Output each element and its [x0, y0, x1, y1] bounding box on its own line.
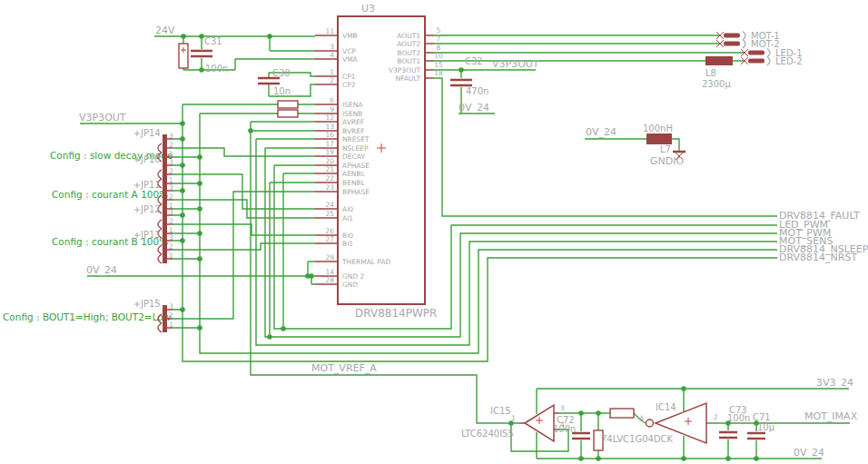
junction-dot [180, 163, 185, 168]
junction-dot [725, 420, 731, 426]
jumper-contact-icon [158, 220, 162, 229]
ic14-ref: IC14 [656, 402, 676, 412]
l7-ref: L7 [660, 144, 671, 154]
u3-pin-number: 11 [325, 27, 334, 35]
jumper-jp11-icon [163, 186, 167, 213]
u3-pin-number: 13 [325, 123, 334, 131]
c31-ref: C31 [204, 36, 222, 46]
u3-pin-name: CP1 [342, 73, 356, 81]
net-label-0v24-c32: 0V_24 [459, 102, 489, 114]
jumper-ref: JP10 [140, 154, 161, 164]
u3-pin-name: DECAY [342, 153, 365, 161]
c32-ref: C32 [465, 56, 483, 66]
net-label-3v3-24: 3V3_24 [816, 377, 853, 389]
mot2-connector-icon [724, 42, 740, 46]
u3-pin-name: GND 2 [342, 272, 365, 281]
mot1-connector-icon [724, 34, 740, 38]
connector-label-led2: LED-2 [775, 56, 803, 66]
jumper-jp13-icon [163, 236, 167, 263]
c30-ref: C30 [272, 68, 291, 78]
schematic-canvas: U3 DRV8814PWPR 24V V3P3OUT V3P3OUT 0V_24… [0, 0, 868, 464]
u3-pin-name: AI1 [342, 214, 353, 222]
ic15-ref: IC15 [490, 406, 511, 416]
c71-value: 10µ [757, 422, 775, 432]
u3-pin-name: VCP [342, 47, 356, 55]
u3-pin-number: 10 [434, 52, 443, 60]
config-note-courant-a: Config : courant A 100% [52, 189, 168, 200]
u3-pin-number: 7 [437, 35, 441, 43]
pin-stubs [167, 35, 434, 328]
u3-pin-number: 23 [325, 183, 334, 192]
u3-pin-number: 8 [437, 44, 441, 52]
ic15-pin-out: 3 [560, 404, 565, 412]
u3-pin-name: GND [342, 281, 358, 289]
u3-pin-name: BPHASE [342, 188, 370, 196]
junction-dot [180, 188, 185, 193]
u3-pin-number: 25 [325, 210, 334, 218]
wire-segments [80, 35, 850, 459]
junction-dot [281, 326, 286, 331]
u3-pin-number: 4 [330, 51, 334, 59]
ic14-pin-out: 2 [714, 413, 718, 421]
jumper-contact-icon [158, 254, 162, 263]
u3-pin-name: AOUT1 [397, 32, 420, 40]
junction-dot [199, 34, 204, 39]
jumper-contact-icon [158, 323, 162, 332]
u3-pin-name: BVREF [342, 127, 364, 135]
u3-pin-name: THERMAL PAD [341, 258, 391, 266]
jumper-ref: JP12 [140, 204, 161, 214]
c32-value: 470n [466, 86, 488, 96]
junction-dot [180, 121, 185, 126]
junction-dot [725, 456, 731, 461]
u3-pin-number: 20 [325, 157, 334, 165]
ic14-part: 74LVC1G04DCK [601, 434, 674, 444]
u3-pin-number: 17 [325, 140, 334, 148]
junction-dot [681, 456, 686, 461]
u3-pin-number: 2 [330, 76, 334, 84]
ic14-pin-in: 4 [639, 414, 644, 422]
jumper-ref: JP11 [140, 180, 161, 190]
component-marks [181, 32, 748, 425]
u3-pin-number: 14 [325, 268, 334, 276]
net-label-0v24-left: 0V_24 [86, 264, 117, 276]
u3-pin-name: BOUT2 [397, 49, 420, 57]
u3-pin-name: VMA [342, 55, 359, 64]
l7-value: 100nH [643, 123, 673, 133]
u3-pin-number: 26 [325, 227, 334, 235]
u3-pin-name: AENBL [342, 170, 366, 178]
u3-pin-number: 12 [325, 114, 334, 122]
jumper-jp12-icon [163, 211, 167, 238]
junction-dot [754, 420, 759, 426]
junction-dot [596, 456, 601, 461]
u3-part: DRV8814PWPR [355, 307, 437, 320]
net-label-mot-imax: MOT_IMAX [804, 410, 858, 422]
u3-pin-number: 5 [437, 26, 441, 35]
u3-pin-name: ISENB [342, 110, 362, 118]
jumper-jp10-icon [163, 161, 167, 188]
ic15-part: LTC6240IS5 [461, 429, 514, 439]
u3-pin-name: VMB [342, 32, 358, 40]
c30-value: 10n [273, 86, 291, 96]
signal-label-drv8814-nrst: DRV8814_NRST [779, 252, 857, 263]
u3-pin-name: AVREF [342, 118, 364, 126]
junction-dot [459, 67, 464, 73]
ic14-inverter-bubble-icon [646, 420, 654, 427]
jumper-ref: JP13 [140, 230, 161, 240]
config-note-bout: Config : BOUT1=High; BOUT2=Low [3, 311, 172, 322]
u3-pin-number: 19 [325, 148, 334, 156]
junction-dot [267, 334, 272, 340]
sense-resistor-a-icon [278, 101, 298, 108]
l7-inductor-icon [646, 133, 672, 144]
u3-pin-name: AI0 [342, 205, 353, 213]
u3-pin-name: BOUT1 [397, 57, 420, 65]
junction-dot [596, 410, 601, 416]
u3-pin-name: BI0 [342, 232, 353, 240]
u3-pin-number: 27 [325, 235, 334, 243]
net-label-24v: 24V [155, 25, 175, 36]
junction-dot [578, 456, 584, 461]
l8-inductor-icon [705, 56, 733, 65]
net-label-v3p3out-right: V3P3OUT [492, 58, 539, 70]
u3-pin-number: 21 [325, 165, 334, 173]
u3-pin-name: BI1 [342, 240, 353, 248]
schematic-drawing: U3 DRV8814PWPR 24V V3P3OUT V3P3OUT 0V_24… [0, 0, 868, 464]
